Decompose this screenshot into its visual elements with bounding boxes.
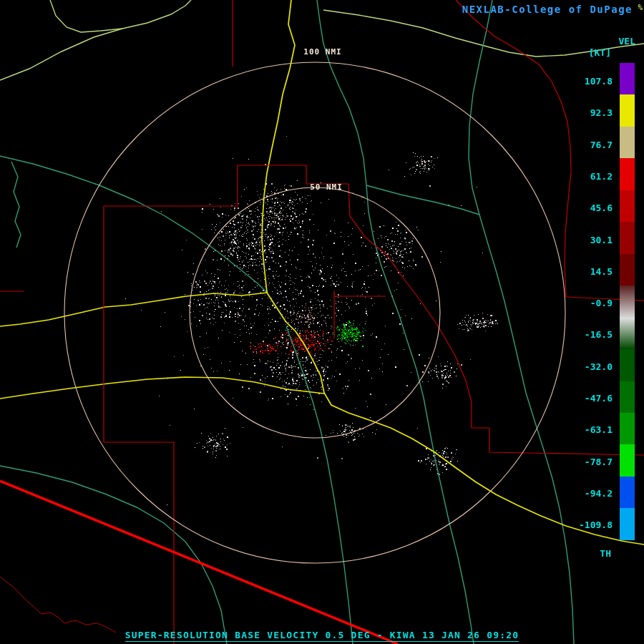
color-bar-segment bbox=[620, 413, 635, 444]
interstate-i8 bbox=[0, 377, 324, 399]
color-bar-segment bbox=[620, 190, 635, 222]
highway-teal-north-south-east bbox=[317, 0, 474, 644]
color-bar-segment bbox=[620, 158, 635, 190]
credit-text: NEXLAB-College of DuPage bbox=[462, 4, 633, 15]
map-overlay bbox=[0, 0, 644, 644]
highway-pale-northwest bbox=[0, 0, 191, 80]
highway-teal-east-connector bbox=[366, 185, 479, 215]
color-bar-segment bbox=[620, 286, 635, 317]
color-bar-segment bbox=[620, 222, 635, 253]
caption-bar: SUPER-RESOLUTION BASE VELOCITY 0.5 DEG -… bbox=[0, 628, 644, 642]
range-ring-label-50nmi: 50 NMI bbox=[306, 182, 346, 192]
county-line-west-south bbox=[104, 206, 174, 644]
county-line-pinal-diagonal bbox=[348, 184, 644, 455]
color-bar-segment bbox=[620, 318, 635, 349]
highway-pale-northeast bbox=[323, 10, 644, 57]
color-bar-segment bbox=[620, 127, 635, 158]
color-bar-segment bbox=[620, 508, 635, 540]
river-border-southwest bbox=[0, 577, 116, 633]
highway-teal-east-side bbox=[469, 0, 574, 644]
color-bar-segment bbox=[620, 477, 635, 508]
color-bar-segment bbox=[620, 94, 635, 126]
highway-pale-north-branch bbox=[50, 0, 122, 32]
product-caption: SUPER-RESOLUTION BASE VELOCITY 0.5 DEG -… bbox=[125, 630, 519, 642]
color-bar bbox=[620, 63, 635, 540]
color-bar-segment bbox=[620, 381, 635, 413]
corner-glyph: % bbox=[638, 3, 643, 12]
highway-teal-southwest bbox=[0, 466, 227, 644]
interstate-west bbox=[0, 293, 267, 326]
river-left-edge bbox=[11, 162, 21, 248]
radar-display: 100 NMI 50 NMI NEXLAB-College of DuPage … bbox=[0, 0, 644, 644]
color-bar-segment bbox=[620, 444, 635, 476]
range-ring-100nmi bbox=[64, 62, 565, 563]
interstate-north bbox=[262, 0, 295, 293]
county-line-northeast bbox=[456, 0, 571, 297]
highway-teal-northwest-diagonal bbox=[0, 156, 267, 293]
interstate-southeast bbox=[267, 293, 644, 545]
range-ring-label-100nmi: 100 NMI bbox=[301, 47, 345, 57]
color-bar-segment bbox=[620, 254, 635, 286]
color-bar-segment bbox=[620, 349, 635, 381]
color-bar-segment bbox=[620, 63, 635, 94]
range-ring-50nmi bbox=[190, 187, 440, 438]
